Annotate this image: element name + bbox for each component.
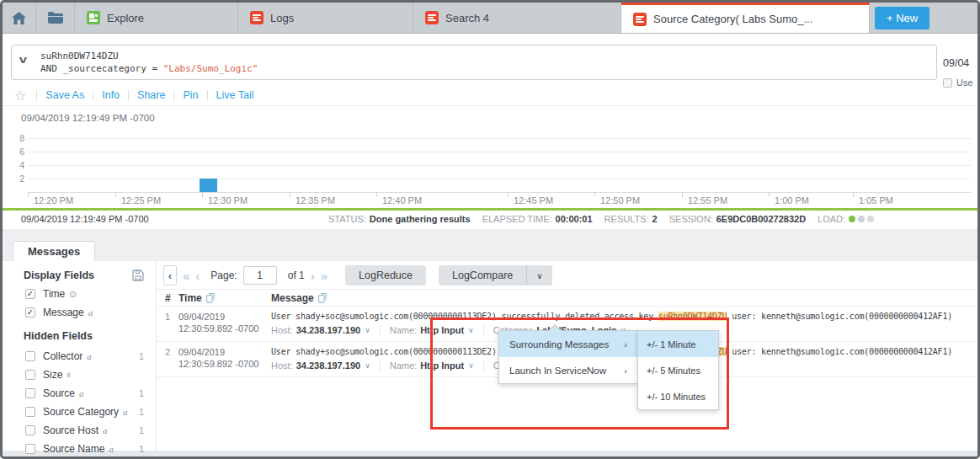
menu-item-launch-servicenow[interactable]: Launch In ServiceNow › (499, 357, 637, 383)
query-line-2: AND _sourcecategory = "Labs/Sumo_Logic" (40, 62, 258, 75)
checkbox-checked[interactable]: ✓ (25, 289, 35, 299)
home-button[interactable] (3, 3, 36, 33)
field-row-collector[interactable]: Collector a 1 (3, 347, 156, 366)
copy-icon[interactable] (206, 293, 215, 303)
meta-name: Name:Http Input∨ (380, 325, 474, 335)
checkbox-unchecked[interactable] (25, 388, 35, 398)
folder-icon (48, 12, 63, 24)
field-count: 1 (139, 351, 144, 361)
prev-page-icon[interactable]: ‹ (195, 270, 200, 282)
results-value: 2 (652, 214, 658, 224)
y-tick: 8 (8, 133, 24, 143)
search-actions: ☆ Save As Info Share Pin Live Tail (3, 84, 253, 106)
x-tick: 12:55 PM (688, 195, 727, 205)
tab-search-4[interactable]: Search 4 (413, 3, 621, 33)
time-range-picker[interactable]: 09/04 (943, 57, 969, 69)
col-header-message[interactable]: Message (271, 292, 314, 304)
submenu-arrow-icon: › (624, 339, 627, 350)
explore-icon (87, 11, 100, 24)
logcompare-dropdown-icon[interactable]: ∨ (527, 265, 551, 286)
field-row-time[interactable]: ✓ Time ⊙ (3, 285, 156, 303)
info-link[interactable]: Info (102, 89, 120, 101)
chevron-down-icon[interactable]: ∨ (468, 326, 474, 334)
menu-item-surrounding-messages[interactable]: Surrounding Messages › (499, 331, 637, 357)
tab-source-category-active[interactable]: Source Category( Labs Sumo_... (621, 3, 870, 33)
field-row-size[interactable]: Size # (3, 366, 156, 384)
page-label: Page: (210, 270, 237, 281)
field-row-source-name[interactable]: Source Name a 1 (3, 440, 156, 458)
next-page-icon[interactable]: › (311, 270, 315, 282)
field-count: 1 (139, 388, 144, 398)
use-receipt-time-option[interactable]: Use (943, 77, 973, 88)
query-text: suRhn0DW714DZU AND _sourcecategory = "La… (40, 50, 258, 75)
status-label: STATUS: (328, 214, 366, 224)
y-tick: 4 (8, 160, 24, 170)
save-as-link[interactable]: Save As (45, 89, 84, 101)
copy-icon[interactable] (318, 293, 327, 303)
logs-icon (425, 11, 439, 24)
meta-host: Host:34.238.197.190∨ (271, 325, 370, 335)
checkbox-unchecked[interactable] (25, 351, 35, 361)
tab-label: Logs (270, 12, 294, 24)
field-row-message[interactable]: ✓ Message a (3, 303, 156, 322)
meta-host: Host:34.238.197.190∨ (271, 360, 370, 371)
library-button[interactable] (36, 3, 75, 33)
share-link[interactable]: Share (137, 89, 165, 101)
elapsed-label: ELAPSED TIME: (482, 214, 552, 224)
live-tail-link[interactable]: Live Tail (216, 89, 254, 101)
messages-toolbar: ‹ « ‹ Page: of 1 › » LogReduce LogCompar… (157, 264, 977, 286)
chevron-down-icon[interactable]: ∨ (365, 326, 370, 334)
x-tick: 12:45 PM (514, 195, 553, 205)
search-term-highlight: suRhn0DW714DZU (658, 312, 727, 321)
page-number-input[interactable] (243, 266, 277, 285)
search-query-input[interactable]: v suRhn0DW714DZU AND _sourcecategory = "… (11, 45, 937, 80)
y-tick: 6 (8, 147, 24, 157)
checkbox-unchecked[interactable] (25, 425, 35, 435)
clock-icon: ⊙ (69, 290, 76, 299)
app-window: Explore Logs Search 4 Source Category( L… (0, 0, 980, 459)
query-line-1: suRhn0DW714DZU (40, 50, 258, 62)
tab-logs[interactable]: Logs (238, 3, 413, 33)
submenu-item-10-minutes[interactable]: +/- 10 Minutes (638, 383, 718, 409)
x-tick: 12:20 PM (34, 195, 73, 205)
new-tab-button[interactable]: + New (875, 7, 929, 29)
col-header-time[interactable]: Time (178, 292, 202, 304)
checkbox-checked[interactable]: ✓ (25, 307, 35, 318)
submenu-item-5-minutes[interactable]: +/- 5 Minutes (638, 357, 718, 383)
field-row-source[interactable]: Source a 1 (3, 384, 156, 403)
chart-bar[interactable] (200, 179, 217, 192)
checkbox-unchecked[interactable] (25, 407, 35, 417)
row-time: 12:30:59.892 -0700 (178, 323, 271, 334)
row-time: 12:30:59.892 -0700 (178, 358, 271, 370)
x-tick: 12:25 PM (121, 195, 161, 205)
tab-messages[interactable]: Messages (13, 241, 95, 261)
page-of-label: of 1 (288, 270, 305, 281)
first-page-icon[interactable]: « (183, 270, 189, 282)
logcompare-button[interactable]: LogCompare (439, 265, 526, 286)
collapse-sidebar-button[interactable]: ‹ (163, 265, 177, 286)
logreduce-button[interactable]: LogReduce (345, 265, 426, 286)
field-count: 1 (139, 444, 144, 454)
checkbox-unchecked[interactable] (25, 370, 35, 380)
field-row-source-host[interactable]: Source Host a 1 (3, 421, 156, 440)
chevron-down-icon[interactable]: ∨ (468, 361, 474, 370)
tab-explore[interactable]: Explore (75, 3, 238, 33)
chevron-down-icon[interactable]: ∨ (365, 361, 370, 370)
checkbox-unchecked[interactable] (943, 78, 952, 88)
chevron-down-icon[interactable]: v (19, 54, 27, 66)
submenu-item-1-minute[interactable]: +/- 1 Minute (638, 331, 718, 357)
field-row-source-category[interactable]: Source Category a 1 (3, 403, 156, 421)
context-menu: Surrounding Messages › Launch In Service… (498, 330, 638, 384)
submenu-arrow-icon: › (624, 366, 627, 376)
x-tick: 12:30 PM (208, 195, 248, 205)
favorite-star-icon[interactable]: ☆ (14, 88, 26, 104)
save-fields-icon[interactable] (132, 270, 144, 281)
pin-link[interactable]: Pin (183, 89, 198, 101)
session-value: 6E9DC0B00272832D (716, 214, 806, 224)
query-section: v suRhn0DW714DZU AND _sourcecategory = "… (3, 34, 977, 106)
checkbox-unchecked[interactable] (25, 444, 35, 454)
field-count: 1 (139, 425, 144, 435)
last-page-icon[interactable]: » (321, 270, 328, 282)
results-tab-row: Messages (3, 238, 977, 261)
x-tick: 12:40 PM (382, 195, 422, 205)
